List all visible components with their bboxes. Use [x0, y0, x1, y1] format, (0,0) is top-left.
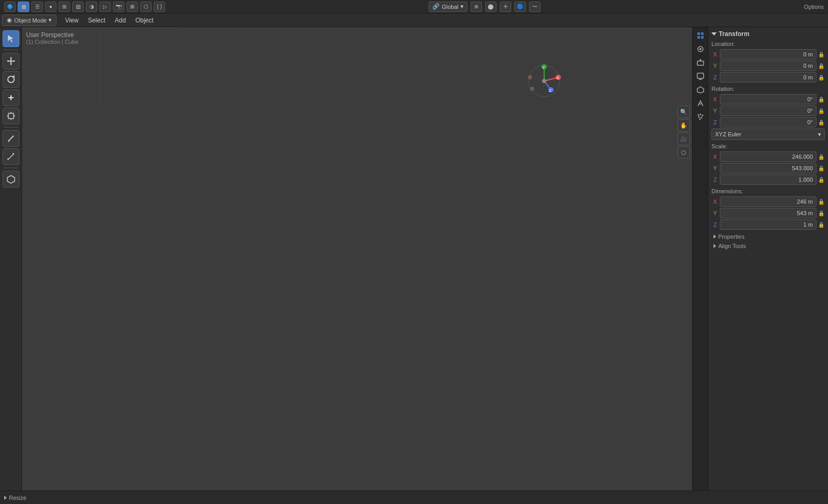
select-tool-btn[interactable] — [3, 30, 19, 47]
rotation-z-input[interactable]: 0° — [720, 117, 816, 127]
geometry-nodes-btn[interactable]: ⬡ — [140, 2, 152, 12]
dim-z-input[interactable]: 1 m — [720, 219, 816, 230]
menu-add[interactable]: Add — [111, 16, 130, 25]
dim-y-input[interactable]: 543 m — [720, 208, 816, 218]
dimensions-label: Dimensions: — [711, 188, 825, 194]
snap-btn[interactable]: ⊕ — [470, 2, 482, 12]
viewport-camera[interactable]: 🎥 — [677, 133, 690, 145]
location-x-label: X — [711, 51, 719, 57]
top-bar: 🔷 ▦ ☰ ● ⊞ ▧ ◑ ▷ 📷 ⊠ ⬡ { } 🔗 Global ▾ ⊕ ⬤… — [0, 0, 828, 14]
xyz-euler-label: XYZ Euler — [715, 131, 741, 137]
properties-icon-btn[interactable] — [694, 29, 707, 42]
blender-logo-btn[interactable]: 🔷 — [4, 2, 16, 12]
render-btn[interactable]: 🔵 — [514, 2, 526, 12]
transform-tool-btn[interactable] — [3, 108, 19, 124]
rotation-y-label: Y — [711, 108, 719, 114]
scale-label: Scale: — [711, 143, 825, 149]
resize-label: Resize — [9, 495, 27, 501]
viewport-object-toggle[interactable]: ⬡ — [677, 146, 690, 159]
menu-view[interactable]: View — [61, 16, 83, 25]
rotation-y-lock[interactable]: 🔒 — [818, 106, 825, 116]
rotation-z-lock[interactable]: 🔒 — [818, 117, 825, 127]
align-tools-section-header[interactable]: Align Tools — [711, 241, 825, 251]
render-props-icon-btn[interactable] — [694, 56, 707, 69]
proportional-edit-btn[interactable]: 〜 — [529, 2, 540, 12]
scale-tool-btn[interactable] — [3, 89, 19, 106]
rotation-y-row: Y 0° 🔒 — [711, 106, 825, 116]
annotate-tool-btn[interactable] — [3, 130, 19, 147]
location-z-input[interactable]: 0 m — [720, 72, 816, 83]
rotation-x-row: X 0° 🔒 — [711, 94, 825, 104]
scale-x-input[interactable]: 246.000 — [720, 151, 816, 162]
viewport-zoom-in[interactable]: 🔍 — [677, 106, 690, 118]
scale-x-lock[interactable]: 🔒 — [818, 151, 825, 162]
location-y-value: 0 m — [803, 63, 813, 69]
shading-btn[interactable]: ◑ — [86, 2, 97, 12]
rotation-x-lock[interactable]: 🔒 — [818, 94, 825, 104]
dim-x-input[interactable]: 246 m — [720, 196, 816, 207]
texture-btn[interactable]: ▧ — [72, 2, 84, 12]
layout-mode-btn[interactable]: ▦ — [18, 2, 29, 12]
modifier-props-icon-btn[interactable] — [694, 97, 707, 110]
svg-point-43 — [530, 87, 534, 91]
dim-y-value: 543 m — [797, 210, 813, 216]
properties-section-label: Properties — [718, 233, 744, 240]
scale-z-value: 1.000 — [798, 177, 813, 183]
rotation-y-input[interactable]: 0° — [720, 106, 816, 116]
location-y-row: Y 0 m 🔒 — [711, 61, 825, 71]
location-y-lock[interactable]: 🔒 — [818, 61, 825, 71]
location-y-label: Y — [711, 63, 719, 69]
menu-select[interactable]: Select — [84, 16, 109, 25]
move-tool-btn[interactable] — [3, 53, 19, 69]
scale-z-input[interactable]: 1.000 — [720, 174, 816, 185]
scale-y-lock[interactable]: 🔒 — [818, 163, 825, 173]
object-props-icon-btn[interactable] — [694, 84, 707, 96]
output-props-icon-btn[interactable] — [694, 70, 707, 83]
particles-icon-btn[interactable] — [694, 111, 707, 123]
right-panel: Transform Location: X 0 m 🔒 Y 0 m — [708, 27, 828, 490]
scale-x-value: 246.000 — [792, 154, 813, 160]
add-cube-btn[interactable] — [3, 171, 19, 187]
transform-orientation-btn[interactable]: ✛ — [500, 2, 511, 12]
location-y-input[interactable]: 0 m — [720, 61, 816, 71]
location-x-input[interactable]: 0 m — [720, 49, 816, 60]
xyz-euler-select[interactable]: XYZ Euler ▾ — [711, 128, 825, 140]
svg-marker-21 — [7, 175, 15, 183]
properties-section-header[interactable]: Properties — [711, 232, 825, 241]
rotate-tool-btn[interactable] — [3, 71, 19, 88]
rotation-x-input[interactable]: 0° — [720, 94, 816, 104]
resize-toggle[interactable]: Resize — [4, 495, 27, 501]
resize-triangle — [4, 496, 7, 500]
mode-selector[interactable]: ◉ Object Mode ▾ — [2, 15, 56, 26]
measure-tool-btn[interactable] — [3, 148, 19, 165]
scripting-btn[interactable]: { } — [154, 2, 165, 12]
view-icon-btn[interactable] — [694, 43, 707, 55]
scene-dropdown[interactable]: 🔗 Global ▾ — [429, 2, 467, 12]
rotation-x-value: 0° — [807, 96, 813, 102]
animation-btn[interactable]: ▷ — [99, 2, 111, 12]
sculpting-btn[interactable]: ● — [45, 2, 56, 12]
right-panel-icons — [692, 27, 708, 490]
dim-x-lock[interactable]: 🔒 — [818, 196, 825, 207]
scale-z-lock[interactable]: 🔒 — [818, 174, 825, 185]
menu-object[interactable]: Object — [131, 16, 158, 25]
prop-edit-btn[interactable]: ⬤ — [485, 2, 497, 12]
scale-y-input[interactable]: 543.000 — [720, 163, 816, 173]
viewport-pan[interactable]: ✋ — [677, 119, 690, 132]
rendering-btn[interactable]: 📷 — [113, 2, 124, 12]
tool-separator-3 — [4, 168, 18, 168]
location-x-lock[interactable]: 🔒 — [818, 49, 825, 60]
svg-text:X: X — [556, 76, 559, 80]
dim-z-lock[interactable]: 🔒 — [818, 219, 825, 230]
dim-y-lock[interactable]: 🔒 — [818, 208, 825, 218]
nav-gizmo[interactable]: Y X Z — [526, 63, 562, 99]
viewport[interactable]: User Perspective (1) Collection | Cube Y… — [22, 27, 692, 490]
scale-x-label: X — [711, 154, 719, 160]
location-x-row: X 0 m 🔒 — [711, 49, 825, 60]
uv-btn[interactable]: ⊞ — [59, 2, 70, 12]
mode-dropdown-arrow: ▾ — [49, 17, 52, 24]
compositing-btn[interactable]: ⊠ — [126, 2, 138, 12]
location-z-lock[interactable]: 🔒 — [818, 72, 825, 83]
modeling-btn[interactable]: ☰ — [31, 2, 43, 12]
svg-rect-24 — [22, 27, 179, 106]
